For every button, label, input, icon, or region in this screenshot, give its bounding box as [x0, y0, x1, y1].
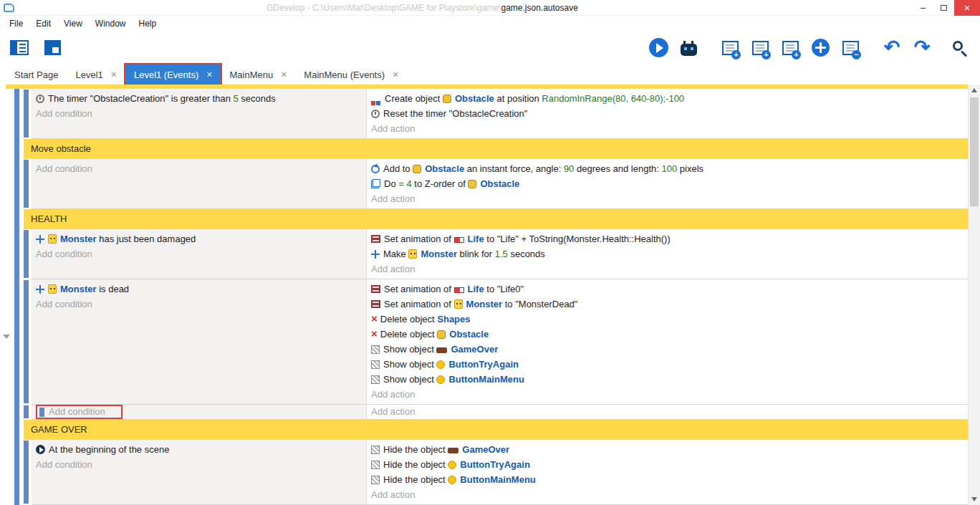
maximize-button[interactable] [933, 0, 954, 16]
action-line[interactable]: Delete object Shapes [371, 312, 962, 327]
remove-event-button[interactable]: − [838, 34, 863, 62]
condition-placeholder-line: Add condition [36, 405, 360, 419]
event-row: The timer "ObstacleCreation" is greater … [32, 89, 968, 139]
force-icon [371, 165, 380, 173]
event-drag-handle[interactable] [24, 441, 29, 504]
menu-bar: FileEditViewWindowHelp [0, 16, 980, 31]
group-row-game-over[interactable]: GAME OVER [24, 420, 968, 440]
add-action-button[interactable]: Add action [371, 406, 415, 417]
tab-label: Level1 (Events) [134, 69, 198, 80]
action-line[interactable]: Hide the object ButtonMainMenu [371, 472, 962, 487]
tab-close-icon[interactable]: × [393, 69, 398, 80]
menu-item-help[interactable]: Help [133, 19, 163, 29]
action-line[interactable]: Hide the object GameOver [371, 442, 962, 457]
action-line[interactable]: Do = 4 to Z-order of Obstacle [371, 176, 962, 191]
add-comment-button[interactable]: + [778, 34, 802, 62]
add-new-event-button[interactable]: + [718, 34, 742, 62]
monster-icon [408, 249, 417, 259]
instruction-text: Show object [383, 374, 436, 385]
event-drag-handle[interactable] [24, 405, 29, 418]
badge-icon: + [792, 50, 801, 59]
tab-mainmenu-events[interactable]: MainMenu (Events)× [295, 64, 407, 85]
instruction-text: Show object [383, 359, 436, 370]
tab-mainmenu[interactable]: MainMenu× [221, 64, 295, 85]
add-action-button[interactable]: Add action [371, 389, 415, 400]
event-drag-handle[interactable] [24, 90, 29, 138]
menu-item-edit[interactable]: Edit [29, 19, 57, 29]
add-action-button[interactable]: Add action [371, 264, 415, 274]
add-condition-button[interactable]: Add condition [36, 249, 92, 259]
instruction-text: at position [494, 93, 542, 104]
start-page-button[interactable] [40, 34, 64, 62]
project-manager-button[interactable] [7, 34, 32, 62]
event-row: Monster has just been damagedAdd conditi… [32, 229, 968, 279]
instruction-text: an instant force, angle: [464, 163, 564, 174]
tab-level1-events[interactable]: Level1 (Events)× [125, 64, 221, 85]
action-line[interactable]: Reset the timer "ObstacleCreation" [371, 106, 962, 121]
action-line[interactable]: Delete object Obstacle [371, 327, 962, 342]
collapse-indicator-icon[interactable] [3, 335, 10, 339]
parameter-value: = 4 [398, 178, 411, 189]
debugger-button[interactable] [676, 34, 701, 62]
add-condition-button[interactable]: Add condition [36, 299, 92, 309]
preview-play-button[interactable] [646, 34, 671, 62]
instruction-text: to Z-order of [412, 178, 469, 189]
instruction-text: degrees and length: [574, 163, 661, 174]
condition-line[interactable]: Monster is dead [36, 282, 360, 297]
add-action-button[interactable]: Add action [371, 489, 415, 500]
add-condition-button[interactable]: Add condition [36, 459, 92, 470]
tab-close-icon[interactable]: × [281, 69, 287, 80]
search-button[interactable] [948, 34, 973, 62]
tab-level1[interactable]: Level1× [67, 64, 125, 85]
instruction-text: Set animation of [384, 234, 454, 244]
event-drag-handle[interactable] [24, 230, 29, 278]
menu-item-view[interactable]: View [57, 19, 89, 29]
instruction-text: Delete object [380, 329, 438, 340]
action-line[interactable]: Set animation of Life to "Life0" [371, 282, 962, 297]
window-title-path: GDevelop - C:\Users\Mat\Desktop\GAME for… [266, 3, 501, 13]
action-line[interactable]: Hide the object ButtonTryAgain [371, 457, 962, 472]
action-line[interactable]: Show object GameOver [371, 342, 962, 357]
conditions-cell: The timer "ObstacleCreation" is greater … [32, 89, 367, 138]
condition-line[interactable]: At the beginning of the scene [36, 442, 360, 457]
minimize-button[interactable]: – [913, 0, 933, 16]
add-action-button[interactable]: Add action [371, 123, 415, 134]
scrollbar-thumb[interactable] [970, 97, 979, 206]
condition-line[interactable]: The timer "ObstacleCreation" is greater … [36, 91, 360, 106]
vertical-scrollbar[interactable] [968, 85, 980, 505]
action-line[interactable]: Add to Obstacle an instant force, angle:… [371, 161, 962, 176]
group-row-health[interactable]: HEALTH [24, 209, 968, 229]
event-drag-handle[interactable] [24, 160, 29, 208]
add-condition-button[interactable]: Add condition [36, 108, 92, 119]
add-sub-event-button[interactable]: + [748, 34, 772, 62]
tab-start-page[interactable]: Start Page [6, 64, 67, 85]
action-line[interactable]: Set animation of Life to "Life" + ToStri… [371, 231, 962, 246]
undo-button[interactable] [880, 34, 904, 62]
action-line[interactable]: Show object ButtonTryAgain [371, 357, 962, 372]
group-indent-bar [14, 89, 19, 505]
tab-close-icon[interactable]: × [206, 69, 212, 80]
close-button[interactable]: × [954, 0, 980, 16]
add-condition-button[interactable]: Add condition [49, 405, 105, 419]
condition-line[interactable]: Monster has just been damaged [36, 231, 360, 246]
action-line[interactable]: Create object Obstacle at position Rando… [371, 91, 962, 106]
action-line[interactable]: Show object ButtonMainMenu [371, 372, 962, 387]
instruction-text: Show object [383, 344, 436, 355]
redo-button[interactable] [910, 34, 934, 62]
event-drag-handle[interactable] [24, 280, 29, 403]
group-row-move-obstacle[interactable]: Move obstacle [24, 139, 968, 159]
condition-placeholder-line: Add condition [36, 161, 360, 176]
tab-close-icon[interactable]: × [111, 69, 117, 80]
toolbar-right-group: +++− [646, 34, 973, 62]
menu-item-file[interactable]: File [3, 19, 29, 29]
object-name: Monster [421, 249, 457, 259]
add-more-button[interactable] [808, 34, 832, 62]
add-action-button[interactable]: Add action [371, 193, 415, 204]
action-placeholder-line: Add action [371, 487, 962, 502]
menu-item-window[interactable]: Window [89, 19, 133, 29]
action-line[interactable]: Set animation of Monster to "MonsterDead… [371, 297, 962, 312]
action-line[interactable]: Make Monster blink for 1.5 seconds [371, 246, 962, 261]
add-condition-button[interactable]: Add condition [36, 163, 92, 174]
scroll-down-icon[interactable] [969, 493, 980, 505]
scroll-up-icon[interactable] [969, 85, 980, 97]
